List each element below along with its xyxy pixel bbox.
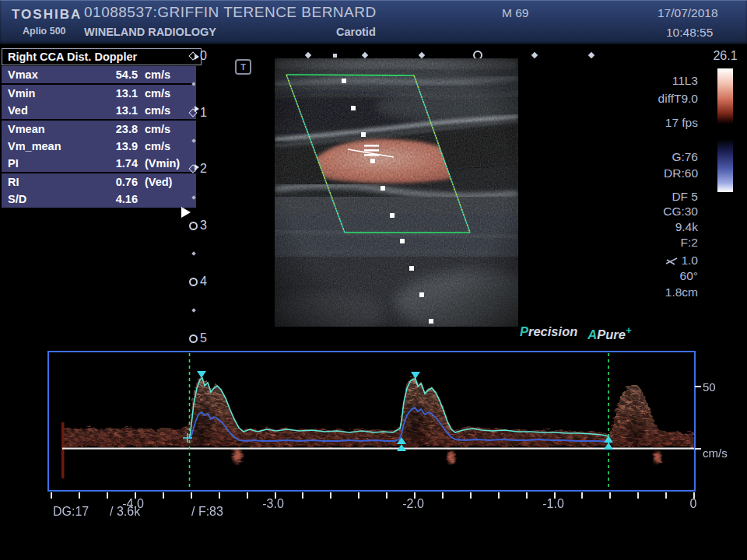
param-sample-volume: 1.0 xyxy=(665,254,698,268)
depth-marker-icon xyxy=(189,278,198,286)
field-marker-icon xyxy=(362,52,368,58)
time-tick-label: -1.0 xyxy=(530,497,577,511)
measurement-value: 13.9 xyxy=(97,138,138,155)
status-dg: DG:17 xyxy=(53,505,89,519)
technology-branding: Precision APure+ xyxy=(520,324,632,342)
probe-orientation-icon: T xyxy=(235,59,251,75)
measurement-label: Vmax xyxy=(2,66,97,83)
param-doppler-angle: 60° xyxy=(680,269,698,283)
param-preset: diffT9.0 xyxy=(658,92,698,106)
measurement-group: Vmin 13.1 cm/s Ved 13.1 cm/s xyxy=(2,85,196,119)
field-marker-icon xyxy=(333,54,337,58)
field-marker-icon xyxy=(305,52,311,58)
field-marker-icon xyxy=(531,52,538,58)
param-sample-volume-value: 1.0 xyxy=(681,254,698,268)
measurement-unit: cm/s xyxy=(138,102,196,119)
status-prf: / 3.6k xyxy=(110,505,140,519)
measurement-unit: cm/s xyxy=(138,85,196,102)
patient-sex-age: M 69 xyxy=(502,6,528,20)
depth-label: 2 xyxy=(200,162,207,176)
measurement-panel: Vmax 54.5 cm/s Vmin 13.1 cm/s Ved 13.1 c… xyxy=(2,66,196,209)
measurement-label: S/D xyxy=(2,191,97,208)
depth-label: 4 xyxy=(200,275,207,289)
measurement-row: Vmax 54.5 cm/s xyxy=(2,66,196,83)
measurement-unit xyxy=(138,191,196,208)
measurement-row: Ved 13.1 cm/s xyxy=(2,102,196,119)
field-marker-icon xyxy=(588,52,594,58)
measurement-group: Vmean 23.8 cm/s Vm_mean 13.9 cm/s PI 1.7… xyxy=(2,121,196,172)
measurement-label: Vmean xyxy=(2,121,97,138)
field-marker-icon xyxy=(419,52,425,58)
depth-label: 5 xyxy=(200,331,207,345)
peak-marker-icon[interactable] xyxy=(411,372,420,379)
measurement-unit: cm/s xyxy=(138,66,196,83)
depth-label: 0 xyxy=(200,49,207,63)
measurement-unit: (Ved) xyxy=(138,173,196,191)
depth-marker-icon xyxy=(189,222,198,230)
time-tick-label: -2.0 xyxy=(390,497,437,511)
time-tick-label: -3.0 xyxy=(250,497,296,511)
sweep-artifact xyxy=(61,422,65,478)
spectral-doppler-display[interactable] xyxy=(47,351,696,492)
param-sv-depth: 1.8cm xyxy=(665,285,698,299)
velocity-tick xyxy=(695,386,701,387)
brand-logo: TOSHIBA xyxy=(12,7,82,23)
measurement-unit: cm/s xyxy=(138,138,196,155)
peak-marker-icon[interactable] xyxy=(197,371,206,378)
status-filter: / F:83 xyxy=(191,505,223,519)
exam-type: Carotid xyxy=(336,26,376,38)
header-bar: TOSHIBA Aplio 500 01088537:GRIFFIN TEREN… xyxy=(0,0,747,44)
patient-id-name: 01088537:GRIFFIN TERENCE BERNARD xyxy=(84,4,377,21)
velocity-unit-label: cm/s xyxy=(703,446,728,460)
param-transducer: 11L3 xyxy=(672,74,698,88)
measurement-label: Ved xyxy=(2,102,97,119)
measurement-value: 54.5 xyxy=(97,66,138,83)
param-prf: 9.4k xyxy=(675,220,698,234)
depth-halfmark-icon xyxy=(191,308,196,313)
measurement-value: 1.74 xyxy=(97,155,138,172)
depth-halfmark-icon xyxy=(191,251,196,256)
param-doppler-frequency: DF 5 xyxy=(672,190,698,204)
measurement-group: Vmax 54.5 cm/s xyxy=(2,66,196,83)
measurement-value: 13.1 xyxy=(97,85,138,102)
measurement-row: Vm_mean 13.9 cm/s xyxy=(2,138,196,155)
measurement-row: Vmin 13.1 cm/s xyxy=(2,85,196,102)
apure-logo: APure+ xyxy=(587,324,631,342)
param-wall-filter: F:2 xyxy=(681,236,698,250)
color-bar-blue xyxy=(717,139,733,192)
measurement-value: 0.76 xyxy=(97,173,138,191)
color-scale-max: 26.1 xyxy=(703,49,747,63)
facility-name: WINELAND RADIOLOGY xyxy=(84,26,216,38)
measurement-row: Vmean 23.8 cm/s xyxy=(2,121,196,138)
brand-model: Aplio 500 xyxy=(23,26,66,37)
precision-logo: Precision xyxy=(520,324,577,342)
focus-marker-icon[interactable] xyxy=(181,207,191,218)
measurement-unit: (Vmin) xyxy=(138,155,196,172)
exam-time: 10:48:55 xyxy=(666,26,713,40)
param-color-gain: CG:30 xyxy=(663,205,698,219)
measurement-panel-title: Right CCA Dist. Doppler xyxy=(2,48,202,65)
measurement-value: 23.8 xyxy=(97,121,138,138)
depth-marker-icon xyxy=(189,334,198,343)
measurement-value: 13.1 xyxy=(97,102,138,119)
measurement-row: RI 0.76 (Ved) xyxy=(2,173,196,191)
depth-label: 1 xyxy=(200,106,207,120)
measurement-row: PI 1.74 (Vmin) xyxy=(2,155,196,172)
measurement-label: PI xyxy=(2,155,97,172)
measurement-row: S/D 4.16 xyxy=(2,191,196,208)
velocity-tick xyxy=(695,448,701,450)
measurement-label: Vmin xyxy=(2,85,97,102)
param-dynamic-range: DR:60 xyxy=(664,166,698,180)
measurement-group: RI 0.76 (Ved) S/D 4.16 xyxy=(2,173,196,208)
ultrasound-screen: TOSHIBA Aplio 500 01088537:GRIFFIN TEREN… xyxy=(0,0,747,560)
param-frame-rate: 17 fps xyxy=(665,116,698,130)
velocity-scale-label: 50 xyxy=(703,380,716,394)
angle-correct-icon xyxy=(665,256,678,265)
spectral-waveform xyxy=(49,352,694,490)
param-gain: G:76 xyxy=(672,150,698,164)
color-bar-red xyxy=(717,68,733,124)
measurement-unit: cm/s xyxy=(138,121,196,138)
exam-date: 17/07/2018 xyxy=(658,6,718,20)
measurement-value: 4.16 xyxy=(97,191,138,208)
bmode-image[interactable] xyxy=(275,58,518,327)
